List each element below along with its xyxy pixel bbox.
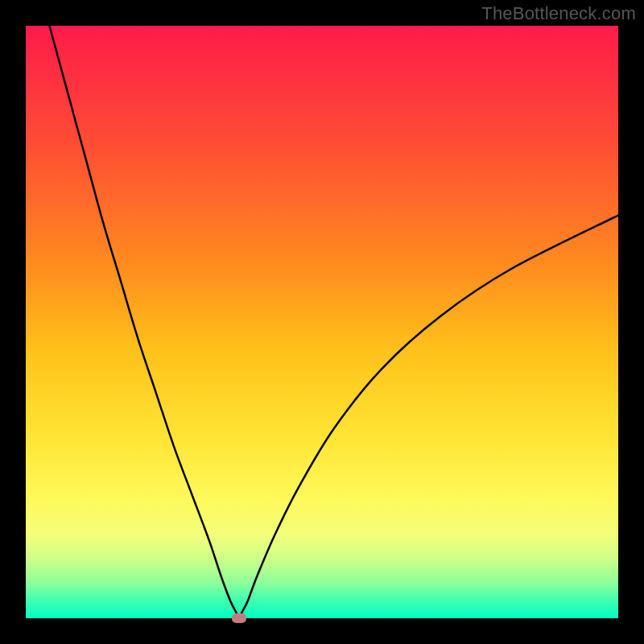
gradient-background (26, 26, 618, 618)
plot-area (26, 26, 618, 618)
optimal-point-marker (232, 613, 246, 623)
chart-frame: TheBottleneck.com (0, 0, 644, 644)
chart-svg (26, 26, 618, 618)
watermark-text: TheBottleneck.com (481, 3, 636, 24)
